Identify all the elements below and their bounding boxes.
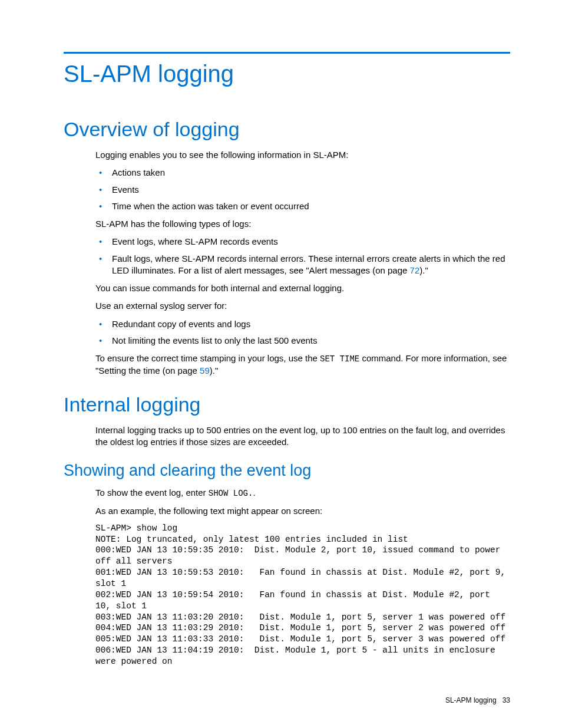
overview-list2: Event logs, where SL-APM records events … bbox=[95, 236, 510, 276]
overview-p2: SL-APM has the following types of logs: bbox=[95, 218, 510, 230]
chapter-title: SL-APM logging bbox=[64, 61, 510, 87]
internal-p1: Internal logging tracks up to 500 entrie… bbox=[95, 424, 510, 449]
footer-label: SL-APM logging bbox=[445, 696, 497, 704]
text: To ensure the correct time stamping in y… bbox=[95, 353, 320, 363]
overview-body: Logging enables you to see the following… bbox=[95, 149, 510, 377]
text: To show the event log, enter bbox=[95, 487, 209, 498]
list-item: Not limiting the events list to only the… bbox=[112, 335, 510, 347]
showclear-body: To show the event log, enter SHOW LOG.. … bbox=[95, 487, 510, 667]
showclear-p1: To show the event log, enter SHOW LOG.. bbox=[95, 487, 510, 499]
text: Fault logs, where SL-APM records interna… bbox=[112, 253, 505, 275]
list-item: Redundant copy of events and logs bbox=[112, 318, 510, 330]
page: SL-APM logging Overview of logging Loggi… bbox=[0, 0, 562, 728]
overview-list3: Redundant copy of events and logs Not li… bbox=[95, 318, 510, 347]
text: )." bbox=[419, 265, 428, 275]
section-internal-title: Internal logging bbox=[64, 393, 510, 416]
showclear-p2: As an example, the following text might … bbox=[95, 505, 510, 517]
footer-pagenum: 33 bbox=[503, 696, 510, 704]
overview-p4: Use an external syslog server for: bbox=[95, 300, 510, 312]
inline-code: SET TIME bbox=[320, 354, 359, 364]
list-item: Time when the action was taken or event … bbox=[112, 200, 510, 212]
text: )." bbox=[210, 365, 219, 375]
overview-list1: Actions taken Events Time when the actio… bbox=[95, 167, 510, 212]
overview-p5: To ensure the correct time stamping in y… bbox=[95, 353, 510, 377]
footer: SL-APM logging 33 bbox=[445, 696, 510, 704]
list-item: Event logs, where SL-APM records events bbox=[112, 236, 510, 248]
text: . bbox=[253, 487, 255, 498]
xref-setting-time[interactable]: 59 bbox=[200, 365, 210, 375]
overview-p3: You can issue commands for both internal… bbox=[95, 282, 510, 294]
list-item: Fault logs, where SL-APM records interna… bbox=[112, 253, 510, 277]
top-rule bbox=[64, 52, 510, 54]
overview-intro: Logging enables you to see the following… bbox=[95, 149, 510, 161]
xref-alert-messages[interactable]: 72 bbox=[410, 265, 420, 275]
section-overview-title: Overview of logging bbox=[64, 118, 510, 141]
code-block: SL-APM> show log NOTE: Log truncated, on… bbox=[95, 523, 510, 667]
internal-body: Internal logging tracks up to 500 entrie… bbox=[95, 424, 510, 449]
inline-code: SHOW LOG. bbox=[209, 489, 253, 498]
list-item: Events bbox=[112, 184, 510, 196]
section-showclear-title: Showing and clearing the event log bbox=[64, 462, 510, 480]
list-item: Actions taken bbox=[112, 167, 510, 179]
